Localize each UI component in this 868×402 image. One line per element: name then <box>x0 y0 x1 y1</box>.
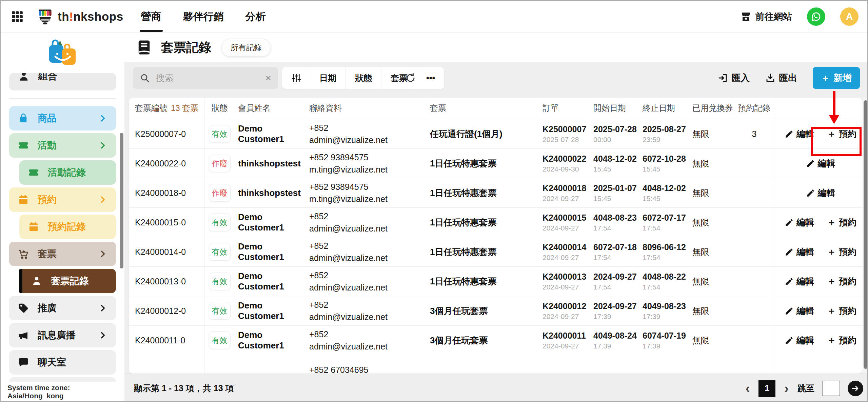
top-nav-business[interactable]: 營商 <box>141 1 161 33</box>
cell-member: Demo Customer1 <box>235 208 306 237</box>
sidebar-item-label: 套票記錄 <box>51 275 89 287</box>
cell-bookings <box>735 326 774 355</box>
jump-go-button[interactable] <box>848 381 863 396</box>
cell-end: 4048-08-2217:54 <box>640 267 689 296</box>
apps-grid-icon[interactable] <box>11 10 24 23</box>
chevron-right-icon <box>98 304 107 313</box>
edit-button[interactable]: 編輯 <box>785 305 814 317</box>
edit-button[interactable]: 編輯 <box>785 217 814 228</box>
cell-end: 8096-06-1217:54 <box>640 237 689 266</box>
import-button[interactable]: 匯入 <box>718 72 750 84</box>
edit-button[interactable]: 編輯 <box>785 128 814 140</box>
main-scrollbar[interactable] <box>863 98 868 374</box>
sidebar-item-packages[interactable]: 套票 <box>9 242 116 266</box>
cell-code: K24000011-0 <box>129 326 204 355</box>
book-button[interactable]: ＋預約 <box>827 305 856 317</box>
ticket-icon <box>28 167 39 178</box>
cell-order: K250000072025-07-28 <box>536 119 591 148</box>
header-end: 終止日期 <box>640 98 689 119</box>
sidebar-item-event-records[interactable]: 活動記錄 <box>19 160 116 185</box>
refresh-button[interactable] <box>402 67 419 89</box>
cell-actions: 編輯＋預約 <box>774 267 862 296</box>
book-button[interactable]: ＋預約 <box>827 128 856 140</box>
cell-bookings <box>735 355 774 374</box>
table-row: K24000013-0有效Demo Customer1+852admin@viz… <box>129 267 863 296</box>
sidebar-item-broadcast[interactable]: 訊息廣播 <box>9 323 116 347</box>
sidebar-item-chat[interactable]: 聊天室 <box>9 350 116 375</box>
records-filter-badge[interactable]: 所有記錄 <box>221 39 271 57</box>
cell-code: K24000022-0 <box>129 149 204 178</box>
cell-order: K240000182024-09-27 <box>536 178 591 207</box>
cell-end: 6072-10-2815:45 <box>640 149 689 178</box>
book-button[interactable]: ＋預約 <box>827 334 856 346</box>
table-header-row: 套票編號13 套票狀態會員姓名聯絡資料套票訂單開始日期終止日期已用兌換券預約記錄 <box>129 98 863 119</box>
status-badge: 作廢 <box>209 155 231 172</box>
chevron-right-icon <box>98 331 107 340</box>
book-icon <box>135 39 153 56</box>
cell-start: 2025-01-0715:45 <box>591 178 640 207</box>
edit-button[interactable]: 編輯 <box>785 276 814 287</box>
cell-member <box>235 355 306 374</box>
cell-status <box>204 355 235 374</box>
cell-status: 有效 <box>204 326 235 355</box>
sidebar-item-products[interactable]: 商品 <box>9 106 116 130</box>
cell-bookings <box>735 178 774 207</box>
filter-settings-button[interactable] <box>282 67 310 89</box>
jump-to-input[interactable] <box>822 381 840 396</box>
edit-button[interactable]: 編輯 <box>806 158 835 169</box>
header-vouchers: 已用兌換券 <box>689 98 735 119</box>
book-button[interactable]: ＋預約 <box>827 246 856 258</box>
top-nav-analytics[interactable]: 分析 <box>245 1 266 33</box>
pagination: ‹ 1 › 跳至 <box>744 380 863 397</box>
sliders-icon <box>291 73 301 83</box>
sidebar-item-clipped[interactable]: 組合 <box>9 73 116 91</box>
export-button[interactable]: 匯出 <box>765 72 797 84</box>
status-badge: 作廢 <box>209 184 231 202</box>
cell-contact: +852 93894575m.ting@vizualize.net <box>306 149 428 178</box>
megaphone-icon <box>18 330 29 341</box>
current-page[interactable]: 1 <box>758 380 775 397</box>
sidebar-item-promotions[interactable]: 推廣 <box>9 296 116 320</box>
cell-actions <box>774 355 862 374</box>
add-button[interactable]: ＋ 新增 <box>813 67 860 89</box>
sidebar-item-label: 推廣 <box>38 302 57 315</box>
sidebar-item-package-records[interactable]: 套票記錄 <box>19 269 116 293</box>
edit-button[interactable]: 編輯 <box>806 187 835 199</box>
sidebar-item-bookings[interactable]: 預約 <box>9 187 116 212</box>
sidebar-item-events[interactable]: 活動 <box>9 133 116 158</box>
next-page-button[interactable]: › <box>783 382 790 395</box>
storefront-icon <box>741 11 751 22</box>
whatsapp-button[interactable] <box>807 7 825 26</box>
cell-end: 6074-07-1917:39 <box>640 326 689 355</box>
cell-order: K240000112024-09-27 <box>536 326 591 355</box>
go-to-site-link[interactable]: 前往網站 <box>741 11 792 23</box>
status-badge: 有效 <box>209 302 231 320</box>
screen: th!nkshops 營商夥伴行銷分析 前往網站 A <box>0 0 868 402</box>
clear-search-icon[interactable]: × <box>262 72 271 84</box>
top-nav-partner-marketing[interactable]: 夥伴行銷 <box>183 1 224 33</box>
search-input[interactable] <box>155 73 262 84</box>
sidebar-scrollbar[interactable] <box>120 133 123 268</box>
cell-start: 4048-08-2317:54 <box>591 208 640 237</box>
sidebar-item-booking-records[interactable]: 預約記錄 <box>19 215 116 239</box>
chevron-right-icon <box>98 141 107 150</box>
cell-contact: +852 93894575m.ting@vizualize.net <box>306 178 428 207</box>
filter-button-0[interactable]: 日期 <box>310 67 346 89</box>
book-button[interactable]: ＋預約 <box>827 275 856 287</box>
cell-actions: 編輯＋預約 <box>774 326 862 355</box>
filter-button-3[interactable]: ••• <box>417 67 444 89</box>
scrollbar-thumb[interactable] <box>864 100 868 369</box>
filter-button-1[interactable]: 狀態 <box>346 67 381 89</box>
search-box[interactable]: × <box>133 67 278 89</box>
brand-logo[interactable]: th!nkshops <box>36 7 123 26</box>
book-button[interactable]: ＋預約 <box>827 216 856 228</box>
sidebar-item-label: 預約 <box>38 193 57 206</box>
status-badge: 有效 <box>209 273 231 290</box>
edit-button[interactable]: 編輯 <box>785 246 814 258</box>
edit-button[interactable]: 編輯 <box>785 335 814 346</box>
prev-page-button[interactable]: ‹ <box>744 382 751 395</box>
sidebar-item-label: 預約記錄 <box>48 220 86 233</box>
cell-package: 1日任玩特惠套票 <box>428 237 536 266</box>
status-badge: 有效 <box>209 125 231 143</box>
avatar[interactable]: A <box>840 7 859 26</box>
